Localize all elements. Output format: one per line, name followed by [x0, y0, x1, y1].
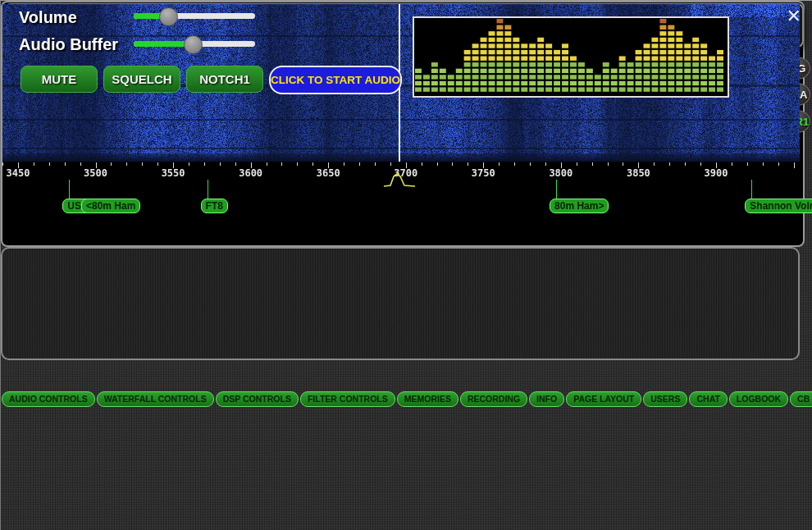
band-marker-line-us-volmet: [69, 180, 70, 199]
band-marker-line-ft8: [208, 180, 208, 199]
audio-buffer-slider-thumb[interactable]: [184, 35, 203, 54]
scale-label-3550: 3550: [162, 167, 185, 179]
tab-audio-controls[interactable]: AUDIO CONTROLS: [2, 391, 95, 407]
scale-label-3750: 3750: [472, 167, 495, 179]
tab-page-layout[interactable]: PAGE LAYOUT: [566, 391, 641, 407]
band-marker-ft8[interactable]: FT8: [201, 199, 228, 213]
tab-users[interactable]: USERS: [643, 391, 687, 407]
tab-cb-codes[interactable]: CB CODES: [790, 391, 812, 407]
band-marker-80m-ham[interactable]: 80m Ham>: [550, 199, 609, 213]
band-marker-line-shannon-volmet: [751, 180, 752, 199]
volume-label: Volume: [19, 8, 77, 27]
close-icon[interactable]: ✕: [787, 7, 801, 25]
tab-memories[interactable]: MEMORIES: [397, 391, 458, 407]
volume-slider[interactable]: [134, 13, 255, 19]
band-marker-80m-ham[interactable]: <80m Ham: [81, 199, 140, 213]
audio-spectrum-canvas: [414, 18, 724, 93]
scale-label-3650: 3650: [317, 167, 340, 179]
scale-label-3450: 3450: [7, 167, 30, 179]
control-tabs-row: AUDIO CONTROLSWATERFALL CONTROLSDSP CONT…: [2, 391, 812, 407]
audio-buffer-label: Audio Buffer: [19, 35, 118, 54]
tab-info[interactable]: INFO: [529, 391, 564, 407]
start-audio-button[interactable]: CLICK TO START AUDIO: [269, 66, 402, 94]
audio-buffer-slider[interactable]: [134, 41, 255, 47]
websdr-app: G0XBU G0XBU WEBSDR - JODRELL BANK ~~ARI~…: [0, 0, 812, 530]
band-marker-shannon-volmet[interactable]: Shannon Volmet: [745, 199, 805, 213]
tab-recording[interactable]: RECORDING: [460, 391, 527, 407]
band-marker-line-80m-ham: [556, 180, 557, 199]
scale-label-3850: 3850: [627, 167, 650, 179]
tab-chat[interactable]: CHAT: [689, 391, 727, 407]
mute-button[interactable]: MUTE: [21, 66, 98, 93]
scale-label-3800: 3800: [549, 167, 573, 179]
tab-logbook[interactable]: LOGBOOK: [729, 391, 788, 407]
tab-dsp-controls[interactable]: DSP CONTROLS: [216, 391, 299, 407]
scale-label-3500: 3500: [84, 167, 107, 179]
squelch-button[interactable]: SQUELCH: [103, 66, 180, 93]
audio-spectrum-box: [413, 16, 729, 98]
audio-controls-panel: Volume Audio Buffer MUTE SQUELCH NOTCH1 …: [1, 247, 800, 360]
tab-filter-controls[interactable]: FILTER CONTROLS: [300, 391, 395, 407]
scale-label-3600: 3600: [239, 167, 262, 179]
scale-label-3900: 3900: [704, 167, 728, 179]
passband-filter-icon: [382, 173, 417, 188]
tab-waterfall-controls[interactable]: WATERFALL CONTROLS: [97, 391, 214, 407]
notch1-button[interactable]: NOTCH1: [186, 66, 263, 93]
